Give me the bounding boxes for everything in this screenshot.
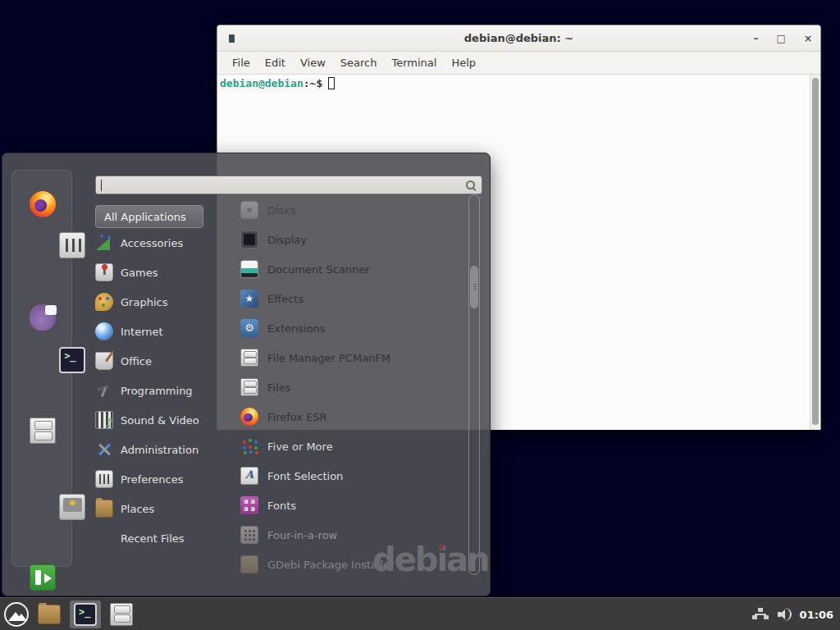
maximize-button[interactable]: □ (777, 25, 786, 52)
category-all-applications[interactable]: All Applications (95, 205, 203, 228)
window-icon (229, 34, 235, 43)
font-selection-icon (240, 467, 258, 485)
preferences-icon (95, 470, 113, 488)
menu-scrollbar-thumb[interactable] (470, 266, 478, 308)
app-fonts[interactable]: Fonts (229, 491, 465, 520)
category-sound-video[interactable]: Sound & Video (95, 405, 226, 435)
fonts-icon (240, 496, 258, 514)
display-icon (240, 231, 258, 249)
games-icon (95, 263, 113, 281)
gdebi-icon (240, 555, 258, 573)
category-places[interactable]: Places (95, 494, 226, 523)
desktop[interactable]: debian@debian: ~ – □ × File Edit View Se… (0, 0, 840, 630)
category-administration[interactable]: Administration (95, 435, 226, 464)
menu-scrollbar[interactable] (468, 194, 480, 575)
lock-screen-icon[interactable] (59, 494, 85, 520)
files-folder-launcher[interactable] (38, 605, 61, 624)
app-effects[interactable]: Effects (229, 284, 465, 313)
bottom-panel: 01:06 (0, 597, 840, 630)
places-icon (95, 500, 113, 518)
menu-search-box[interactable] (95, 176, 482, 194)
volume-icon[interactable] (777, 608, 792, 621)
category-games[interactable]: Games (95, 258, 226, 287)
application-list: Disks Display Document Scanner Effects E… (229, 193, 465, 575)
app-files[interactable]: Files (229, 372, 465, 402)
extensions-icon (240, 319, 258, 337)
clock[interactable]: 01:06 (800, 609, 833, 621)
category-programming[interactable]: Programming (95, 376, 226, 405)
category-accessories[interactable]: Accessories (95, 228, 226, 258)
five-or-more-icon (240, 437, 258, 455)
category-office[interactable]: Office (95, 346, 226, 376)
control-center-icon[interactable] (59, 232, 85, 258)
sound-video-icon (95, 411, 113, 429)
window-title: debian@debian: ~ (217, 32, 820, 44)
file-cabinet-icon (110, 603, 133, 626)
log-out-icon[interactable] (30, 564, 56, 591)
menu-search[interactable]: Search (333, 57, 385, 69)
category-graphics[interactable]: Graphics (95, 287, 226, 317)
terminal-scrollbar-thumb[interactable] (812, 78, 819, 425)
search-icon (465, 180, 477, 191)
firefox-icon[interactable] (30, 191, 56, 217)
minimize-button[interactable]: – (754, 25, 759, 52)
terminal-titlebar[interactable]: debian@debian: ~ – □ × (217, 25, 820, 52)
terminal-cursor (328, 77, 335, 89)
terminal-menubar: File Edit View Search Terminal Help (217, 52, 820, 75)
files-icon (240, 378, 258, 396)
document-scanner-icon (240, 260, 258, 278)
prompt-path: :~$ (304, 77, 322, 89)
app-font-selection[interactable]: Font Selection (229, 461, 465, 491)
file-manager-icon (240, 349, 258, 367)
office-icon (95, 352, 113, 370)
terminal-scrollbar[interactable] (810, 75, 820, 430)
close-button[interactable]: × (804, 25, 812, 52)
debian-watermark: debian (372, 541, 489, 578)
menu-file[interactable]: File (225, 57, 258, 69)
menu-help[interactable]: Help (444, 57, 483, 69)
app-file-manager-pcmanfm[interactable]: File Manager PCManFM (229, 343, 465, 372)
effects-icon (240, 290, 258, 308)
accessories-icon (95, 234, 113, 252)
app-extensions[interactable]: Extensions (229, 313, 465, 343)
programming-icon (95, 381, 113, 399)
internet-icon (95, 322, 113, 340)
folder-icon (38, 605, 61, 624)
app-document-scanner[interactable]: Document Scanner (229, 254, 465, 284)
application-menu: All Applications Accessories Games Graph… (2, 153, 491, 596)
terminal-window-button[interactable] (70, 600, 101, 628)
menu-button-icon[interactable] (4, 602, 29, 627)
app-firefox-esr[interactable]: Firefox ESR (229, 402, 465, 431)
category-label: All Applications (104, 211, 186, 223)
category-recent-files[interactable]: Recent Files (95, 523, 226, 553)
category-internet[interactable]: Internet (95, 317, 226, 346)
terminal-icon[interactable] (59, 347, 85, 373)
menu-search-input[interactable] (100, 178, 462, 192)
firefox-icon (240, 408, 258, 426)
disks-icon (240, 201, 258, 219)
pidgin-icon[interactable] (30, 304, 56, 331)
prompt-user: debian@debian (220, 77, 304, 89)
graphics-icon (95, 293, 113, 311)
administration-icon (95, 441, 113, 459)
app-five-or-more[interactable]: Five or More (229, 431, 465, 461)
file-cabinet-launcher[interactable] (110, 603, 133, 626)
app-disks[interactable]: Disks (229, 195, 465, 225)
search-caret (101, 180, 102, 191)
network-icon[interactable] (752, 607, 769, 622)
terminal-icon (74, 603, 97, 626)
app-display[interactable]: Display (229, 225, 465, 254)
menu-view[interactable]: View (293, 57, 333, 69)
favorites-column (11, 170, 72, 567)
category-preferences[interactable]: Preferences (95, 464, 226, 494)
menu-edit[interactable]: Edit (258, 57, 293, 69)
menu-terminal[interactable]: Terminal (384, 57, 444, 69)
terminal-prompt: debian@debian:~$ (220, 77, 335, 89)
file-manager-icon[interactable] (30, 418, 56, 444)
debian-swirl-dot (439, 545, 444, 550)
four-in-a-row-icon (240, 526, 258, 544)
